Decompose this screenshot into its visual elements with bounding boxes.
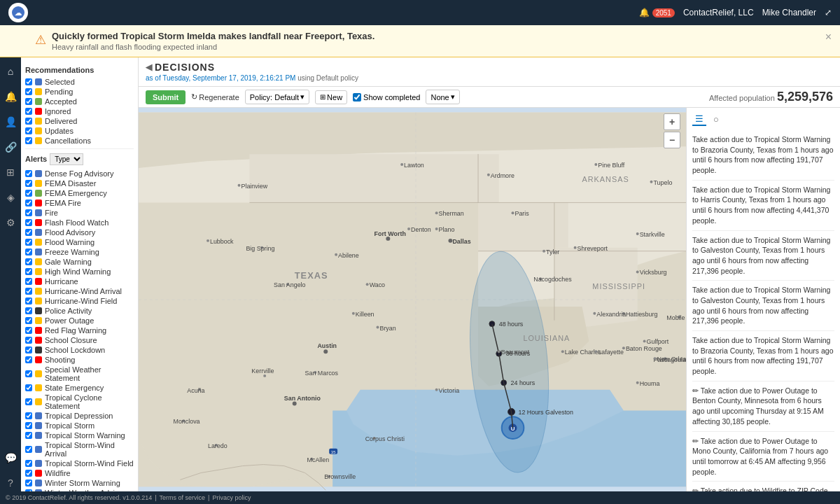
- alert-checkbox[interactable]: [25, 209, 32, 216]
- expand-icon[interactable]: ⤢: [825, 8, 832, 18]
- alert-checkbox[interactable]: [25, 180, 32, 187]
- company-name[interactable]: ContactRelief, LLC: [683, 8, 754, 18]
- rec-checkbox[interactable]: [25, 88, 32, 95]
- alert-checkbox[interactable]: [25, 200, 32, 206]
- nav-alert-icon[interactable]: 🔔: [2, 88, 19, 105]
- nav-layers-icon[interactable]: ⊞: [2, 164, 19, 181]
- alert-item[interactable]: Flash Flood Watch: [25, 218, 134, 227]
- user-name[interactable]: Mike Chandler: [762, 8, 816, 18]
- recommendation-item[interactable]: Delivered: [25, 116, 134, 126]
- alert-checkbox[interactable]: [25, 337, 32, 344]
- action-tab-other[interactable]: ○: [709, 112, 723, 126]
- alert-checkbox[interactable]: [25, 229, 32, 236]
- alert-checkbox[interactable]: [25, 219, 32, 226]
- alert-item[interactable]: Hurricane-Wind Field: [25, 296, 134, 306]
- regenerate-button[interactable]: ↻ Regenerate: [191, 92, 239, 102]
- alert-close-button[interactable]: ×: [825, 31, 832, 43]
- alert-checkbox[interactable]: [25, 384, 32, 391]
- zoom-in-button[interactable]: +: [664, 113, 680, 130]
- alerts-type-select[interactable]: Type: [50, 153, 83, 165]
- alert-checkbox[interactable]: [25, 398, 32, 405]
- alert-checkbox[interactable]: [25, 446, 32, 453]
- alert-checkbox[interactable]: [25, 239, 32, 246]
- alert-checkbox[interactable]: [25, 278, 32, 285]
- alert-checkbox[interactable]: [25, 258, 32, 265]
- alert-item[interactable]: FEMA Emergency: [25, 188, 134, 198]
- alert-checkbox[interactable]: [25, 317, 32, 324]
- alert-item[interactable]: Freeze Warning: [25, 247, 134, 257]
- alert-checkbox[interactable]: [25, 422, 32, 429]
- nav-chart-icon[interactable]: ◈: [2, 189, 19, 206]
- new-button[interactable]: ⊞ New: [315, 90, 347, 104]
- nav-link-icon[interactable]: 🔗: [2, 139, 19, 155]
- alert-item[interactable]: School Closure: [25, 335, 134, 345]
- alert-item[interactable]: Shooting: [25, 355, 134, 365]
- alert-item[interactable]: State Emergency: [25, 383, 134, 393]
- recommendation-item[interactable]: Selected: [25, 77, 134, 87]
- alert-checkbox[interactable]: [25, 327, 32, 334]
- recommendation-item[interactable]: Accepted: [25, 97, 134, 106]
- alert-checkbox[interactable]: [25, 460, 32, 467]
- alert-checkbox[interactable]: [25, 190, 32, 197]
- map-container[interactable]: 12 Hours Galveston 24 hours 36 hours 48 …: [139, 108, 686, 491]
- alert-item[interactable]: Tropical Storm-Wind Field: [25, 458, 134, 468]
- alert-item[interactable]: Hurricane-Wind Arrival: [25, 286, 134, 296]
- zoom-out-button[interactable]: −: [664, 132, 680, 148]
- show-completed-checkbox[interactable]: [353, 93, 361, 102]
- nav-help-icon[interactable]: ?: [2, 475, 19, 491]
- rec-checkbox[interactable]: [25, 78, 32, 85]
- alert-item[interactable]: High Wind Warning: [25, 267, 134, 276]
- alert-item[interactable]: Flood Warning: [25, 237, 134, 247]
- alert-item[interactable]: Flood Advisory: [25, 227, 134, 237]
- rec-checkbox[interactable]: [25, 127, 32, 134]
- recommendation-item[interactable]: Updates: [25, 126, 134, 136]
- alert-checkbox[interactable]: [25, 346, 32, 354]
- rec-checkbox[interactable]: [25, 118, 32, 125]
- alert-item[interactable]: Tropical Storm: [25, 421, 134, 430]
- alert-checkbox[interactable]: [25, 470, 32, 477]
- rec-checkbox[interactable]: [25, 108, 32, 115]
- alert-checkbox[interactable]: [25, 412, 32, 419]
- nav-user-icon[interactable]: 👤: [2, 113, 19, 130]
- alert-item[interactable]: Tropical Depression: [25, 411, 134, 421]
- alert-item[interactable]: Tropical Cyclone Statement: [25, 393, 134, 411]
- nav-home-icon[interactable]: ⌂: [2, 63, 19, 80]
- alert-item[interactable]: Special Weather Statement: [25, 365, 134, 383]
- alert-checkbox[interactable]: [25, 307, 32, 314]
- alert-checkbox[interactable]: [25, 356, 32, 363]
- nav-settings-icon[interactable]: ⚙: [2, 214, 19, 231]
- alert-item[interactable]: Tropical Storm-Wind Arrival: [25, 440, 134, 458]
- alert-item[interactable]: School Lockdown: [25, 345, 134, 355]
- rec-checkbox[interactable]: [25, 98, 32, 105]
- rec-checkbox[interactable]: [25, 137, 32, 144]
- alert-checkbox[interactable]: [25, 288, 32, 295]
- alert-item[interactable]: Dense Fog Advisory: [25, 169, 134, 178]
- alert-checkbox[interactable]: [25, 248, 32, 255]
- alert-item[interactable]: Red Flag Warning: [25, 326, 134, 335]
- policy-dropdown[interactable]: Policy: Default ▾: [245, 90, 309, 104]
- privacy-link[interactable]: Privacy policy: [212, 494, 251, 501]
- alert-checkbox[interactable]: [25, 432, 32, 439]
- none-dropdown[interactable]: None ▾: [426, 90, 459, 104]
- alert-item[interactable]: Winter Storm Warning: [25, 478, 134, 488]
- alert-item[interactable]: Tropical Storm Warning: [25, 430, 134, 440]
- recommendation-item[interactable]: Cancellations: [25, 136, 134, 146]
- alert-item[interactable]: Gale Warning: [25, 257, 134, 267]
- alert-checkbox[interactable]: [25, 370, 32, 377]
- alert-item[interactable]: FEMA Disaster: [25, 178, 134, 188]
- alert-item[interactable]: FEMA Fire: [25, 198, 134, 208]
- nav-message-icon[interactable]: 💬: [2, 449, 19, 466]
- alert-item[interactable]: Fire: [25, 208, 134, 218]
- recommendation-item[interactable]: Pending: [25, 87, 134, 97]
- action-tab-list[interactable]: ☰: [692, 112, 706, 126]
- alert-checkbox[interactable]: [25, 479, 32, 486]
- alert-checkbox[interactable]: [25, 268, 32, 275]
- notification-bell[interactable]: 🔔 2051: [639, 8, 675, 18]
- alert-item[interactable]: Police Activity: [25, 306, 134, 316]
- alert-item[interactable]: Hurricane: [25, 276, 134, 286]
- alert-checkbox[interactable]: [25, 298, 32, 304]
- submit-button[interactable]: Submit: [146, 90, 186, 104]
- recommendation-item[interactable]: Ignored: [25, 106, 134, 116]
- alert-item[interactable]: Power Outage: [25, 316, 134, 326]
- terms-link[interactable]: Terms of service: [160, 494, 206, 501]
